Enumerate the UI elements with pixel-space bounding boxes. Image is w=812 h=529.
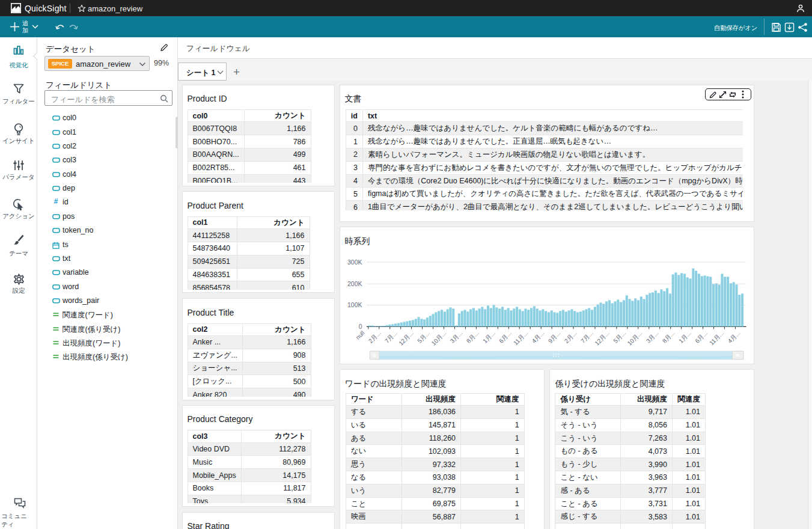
svg-text:100K: 100K bbox=[347, 301, 362, 308]
svg-text:11月...: 11月... bbox=[708, 329, 725, 346]
svg-text:6月...: 6月... bbox=[498, 329, 513, 344]
svg-text:1月...: 1月... bbox=[677, 329, 692, 344]
svg-text:3月...: 3月... bbox=[644, 329, 659, 344]
svg-text:4月...: 4月... bbox=[726, 329, 741, 344]
svg-text:10月...: 10月... bbox=[626, 329, 643, 347]
svg-text:7月...: 7月... bbox=[383, 329, 398, 344]
svg-text:300K: 300K bbox=[347, 258, 362, 266]
svg-text:3月...: 3月... bbox=[448, 329, 463, 344]
svg-text:5月...: 5月... bbox=[612, 329, 627, 344]
svg-text:7月...: 7月... bbox=[579, 329, 594, 344]
svg-text:6月...: 6月... bbox=[694, 329, 709, 344]
svg-text:12月...: 12月... bbox=[397, 329, 415, 347]
svg-text:200K: 200K bbox=[347, 280, 362, 287]
svg-text:null: null bbox=[354, 329, 365, 341]
svg-text:2月...: 2月... bbox=[563, 329, 578, 344]
svg-text:9月...: 9月... bbox=[546, 329, 561, 344]
svg-text:8月...: 8月... bbox=[465, 329, 480, 344]
svg-text:10月...: 10月... bbox=[430, 329, 447, 347]
svg-text:0: 0 bbox=[358, 323, 362, 330]
svg-text:1月...: 1月... bbox=[481, 329, 496, 344]
svg-text:11月...: 11月... bbox=[512, 329, 529, 346]
svg-text:4月...: 4月... bbox=[530, 329, 545, 344]
svg-text:8月...: 8月... bbox=[661, 329, 676, 344]
svg-text:5月...: 5月... bbox=[416, 329, 431, 344]
svg-text:2月...: 2月... bbox=[367, 329, 382, 344]
svg-text:12月...: 12月... bbox=[593, 329, 611, 347]
